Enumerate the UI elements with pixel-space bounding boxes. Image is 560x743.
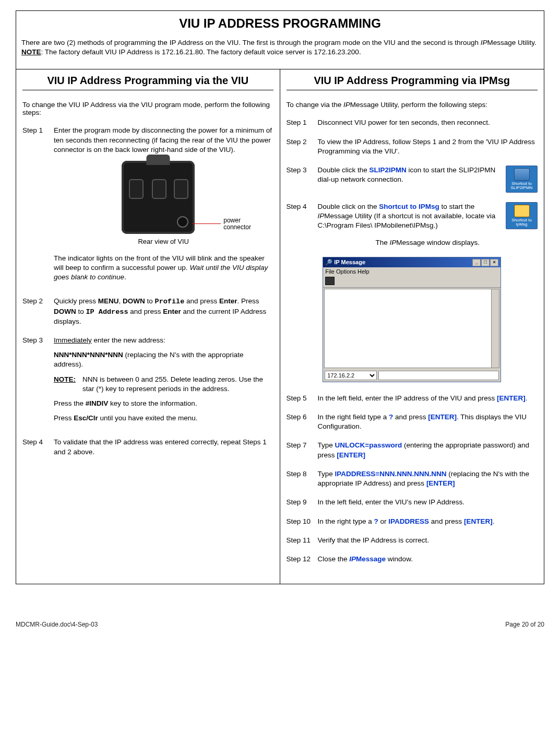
menubar[interactable]: File Options Help bbox=[323, 267, 501, 276]
step-label: Step 10 bbox=[287, 517, 318, 526]
document-page: VIU IP ADDRESS PROGRAMMING There are two… bbox=[16, 10, 544, 584]
t: [ENTER] bbox=[428, 413, 457, 421]
shortcut-label: Shortcut to SLIP2IPMN bbox=[511, 181, 533, 190]
jack-icon bbox=[152, 179, 166, 199]
step-body: Shortcut to IpMsg Double click on the Sh… bbox=[318, 202, 538, 247]
step-label: Step 3 bbox=[287, 166, 318, 193]
t: ? bbox=[374, 517, 378, 525]
step-body: Quickly press MENU, DOWN to Profile and … bbox=[54, 297, 273, 326]
t: SLIP2IPMN bbox=[370, 166, 407, 174]
step-body: In the left field, enter the VIU's new I… bbox=[318, 498, 538, 507]
step-label: Step 1 bbox=[22, 126, 54, 287]
step-label: Step 4 bbox=[287, 202, 318, 247]
right-step10: Step 10 In the right type a ? or IPADDRE… bbox=[287, 517, 538, 526]
t: , bbox=[119, 297, 123, 305]
t: Double click the bbox=[318, 166, 370, 174]
t: until you have exited the menu. bbox=[98, 414, 198, 422]
step-body: In the right type a ? or IPADDRESS and p… bbox=[318, 517, 538, 526]
intro-note-text: : The factory default VIU IP Address is … bbox=[41, 48, 361, 56]
t: IP bbox=[349, 555, 356, 563]
rear-view-figure: power connector bbox=[122, 161, 205, 234]
t: DOWN bbox=[54, 308, 76, 315]
t: IP Message bbox=[334, 259, 365, 265]
t: Message window displays. bbox=[396, 239, 480, 246]
t: to start the bbox=[439, 203, 475, 210]
leader-line bbox=[192, 223, 221, 224]
t: NNN*NNN*NNN*NNN bbox=[54, 351, 123, 359]
left-column: VIU IP Address Programming via the VIU T… bbox=[16, 69, 280, 584]
step-label: Step 4 bbox=[22, 438, 54, 456]
t: [ENTER] bbox=[337, 451, 365, 459]
t: The bbox=[375, 239, 389, 246]
t: Immediately bbox=[54, 336, 92, 344]
jack-icon bbox=[174, 179, 188, 199]
right-step12: Step 12 Close the IPMessage window. bbox=[287, 555, 538, 564]
save-icon[interactable] bbox=[325, 277, 335, 285]
figure-caption: Rear view of VIU bbox=[54, 237, 273, 246]
intro-text-c: Message Utility. bbox=[487, 39, 537, 46]
step-body: In the left field, enter the IP address … bbox=[318, 394, 538, 403]
step-label: Step 9 bbox=[287, 498, 318, 507]
note-label: NOTE: bbox=[54, 375, 82, 394]
maximize-icon[interactable]: □ bbox=[481, 259, 490, 266]
step-body: Type UNLOCK=password (entering the appro… bbox=[318, 441, 538, 459]
ipmsg-shortcut-icon: Shortcut to IpMsg bbox=[506, 202, 538, 229]
t: Enter bbox=[219, 297, 237, 305]
t: UNLOCK=password bbox=[335, 441, 402, 449]
t: [ENTER] bbox=[497, 394, 526, 402]
press-indiv: Press the #INDIV key to store the inform… bbox=[54, 399, 273, 408]
t: In the left field, enter the IP address … bbox=[318, 394, 497, 402]
step-body: Close the IPMessage window. bbox=[318, 555, 538, 564]
left-step4: Step 4 To validate that the IP address w… bbox=[22, 438, 273, 456]
t: Close the bbox=[318, 555, 350, 563]
ip-select[interactable]: 172.16.2.2 bbox=[325, 371, 377, 380]
t: and press bbox=[128, 308, 163, 315]
t: IP Address bbox=[86, 308, 128, 316]
t: IP bbox=[343, 101, 350, 109]
minimize-icon[interactable]: _ bbox=[472, 259, 481, 266]
t: key to store the information. bbox=[108, 399, 197, 407]
footer-right: Page 20 of 20 bbox=[505, 621, 544, 628]
t: MENU bbox=[98, 297, 119, 305]
t: Enter bbox=[163, 308, 181, 315]
t: #INDIV bbox=[86, 399, 109, 407]
step-text: Enter the program mode by disconnecting … bbox=[54, 126, 272, 153]
command-input[interactable] bbox=[378, 371, 499, 380]
page-footer: MDCMR-Guide.doc\4-Sep-03 Page 20 of 20 bbox=[16, 621, 544, 628]
scrollbar[interactable] bbox=[491, 289, 499, 368]
t: [ENTER] bbox=[464, 517, 493, 525]
step-body: To view the IP Address, follow Steps 1 a… bbox=[318, 137, 538, 156]
close-icon[interactable]: × bbox=[490, 259, 498, 266]
figure-wrap: power connector bbox=[54, 161, 273, 234]
t: IPADDRESS bbox=[388, 517, 429, 525]
t: IPADDRESS=NNN.NNN.NNN.NNN bbox=[335, 470, 447, 478]
t: To change via the bbox=[287, 101, 344, 109]
step-label: Step 11 bbox=[287, 536, 318, 545]
window-buttons: _□× bbox=[472, 258, 498, 266]
t: window. bbox=[386, 555, 413, 563]
input-row: 172.16.2.2 bbox=[323, 369, 501, 382]
t: to bbox=[76, 308, 86, 315]
step-label: Step 6 bbox=[287, 412, 318, 431]
left-step3: Step 3 Immediately enter the new address… bbox=[22, 336, 273, 429]
t: . bbox=[526, 394, 528, 402]
device-icon bbox=[122, 161, 195, 234]
t: . Press bbox=[237, 297, 259, 305]
right-step6: Step 6 In the right field type a ? and p… bbox=[287, 412, 538, 431]
right-step9: Step 9 In the left field, enter the VIU'… bbox=[287, 498, 538, 507]
intro-text-a: There are two (2) methods of programming… bbox=[21, 39, 481, 46]
right-step1: Step 1 Disconnect VIU power for ten seco… bbox=[287, 118, 538, 127]
right-step7: Step 7 Type UNLOCK=password (entering th… bbox=[287, 441, 538, 459]
folder-icon bbox=[514, 205, 530, 217]
press-esc: Press Esc/Clr until you have exited the … bbox=[54, 414, 273, 423]
right-step4: Step 4 Shortcut to IpMsg Double click on… bbox=[287, 202, 538, 247]
t: IP bbox=[318, 212, 325, 220]
right-column: VIU IP Address Programming via IPMsg To … bbox=[280, 69, 544, 584]
t: and press bbox=[184, 297, 219, 305]
t: or bbox=[378, 517, 389, 525]
t: . bbox=[493, 517, 495, 525]
right-step2: Step 2 To view the IP Address, follow St… bbox=[287, 137, 538, 156]
step-body: To validate that the IP address was ente… bbox=[54, 438, 273, 456]
window-title: 🔎 IP Message bbox=[325, 259, 365, 266]
columns: VIU IP Address Programming via the VIU T… bbox=[16, 69, 544, 584]
